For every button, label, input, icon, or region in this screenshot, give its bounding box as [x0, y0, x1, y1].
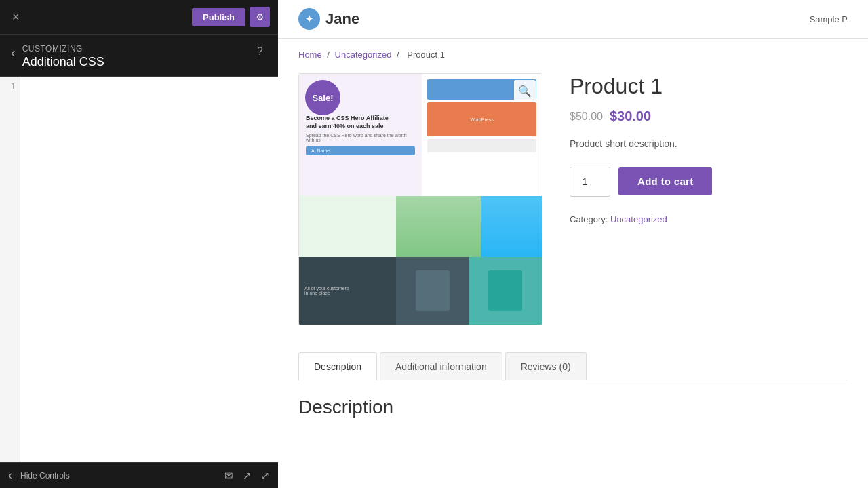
breadcrumb: Home / Uncategorized / Product 1	[298, 39, 848, 73]
quantity-input[interactable]	[570, 167, 610, 197]
tab-content: Description	[298, 380, 848, 418]
price-new: $30.00	[610, 108, 651, 124]
img-bot-text: All of your customersin one place	[304, 286, 391, 296]
logo-icon: ✦	[298, 8, 320, 30]
img-affiliate-btn: A. Name	[306, 146, 415, 155]
product-tabs: Description Additional information Revie…	[298, 352, 848, 418]
tabs-nav: Description Additional information Revie…	[298, 352, 848, 380]
img-hero-text: Become a CSS Hero Affiliateand earn 40% …	[306, 115, 415, 130]
img-bot-right	[469, 257, 542, 325]
product-price: $50.00 $30.00	[570, 108, 848, 124]
external-link-icon[interactable]: ⤢	[261, 470, 270, 482]
img-bot-device	[416, 270, 450, 311]
site-logo[interactable]: ✦ Jane	[298, 8, 359, 30]
img-bot-center	[396, 257, 469, 325]
customizer-footer: ‹ Hide Controls ✉ ↗ ⤢	[0, 462, 278, 488]
category-link[interactable]: Uncategorized	[610, 214, 667, 224]
tab-description[interactable]: Description	[298, 352, 377, 380]
customizing-label: Customizing	[22, 44, 253, 54]
customizing-section: ‹ Customizing Additional CSS ?	[0, 35, 278, 77]
breadcrumb-home[interactable]: Home	[298, 49, 322, 60]
mail-icon[interactable]: ✉	[224, 470, 233, 482]
breadcrumb-sep2: /	[397, 49, 399, 60]
category-label: Category:	[570, 214, 608, 224]
product-main-image: Become a CSS Hero Affiliateand earn 40% …	[298, 73, 542, 325]
sale-badge: Sale!	[305, 80, 340, 115]
close-button[interactable]: ×	[8, 9, 24, 24]
img-mid-left	[299, 196, 396, 257]
site-content: Home / Uncategorized / Product 1 Sale! 🔍…	[278, 39, 868, 488]
product-image-bottom: All of your customersin one place	[299, 257, 542, 325]
add-to-cart-button[interactable]: Add to cart	[618, 167, 712, 195]
product-info: Product 1 $50.00 $30.00 Product short de…	[570, 73, 848, 325]
img-hero-sub: Spread the CSS Hero word and share the w…	[306, 133, 415, 142]
customizing-title: Additional CSS	[22, 55, 253, 69]
product-image-middle	[299, 196, 542, 257]
price-old: $50.00	[570, 110, 603, 123]
site-header: ✦ Jane Sample P	[278, 0, 868, 39]
line-numbers: 1	[0, 77, 20, 462]
img-bot-device-2	[488, 270, 522, 311]
customizer-panel: × Publish ⚙ ‹ Customizing Additional CSS…	[0, 0, 278, 488]
site-nav: Sample P	[810, 14, 848, 24]
hide-controls-label: Hide Controls	[20, 471, 70, 481]
help-button[interactable]: ?	[253, 44, 267, 59]
breadcrumb-uncategorized[interactable]: Uncategorized	[335, 49, 392, 60]
footer-icons: ✉ ↗ ⤢	[224, 470, 270, 482]
gear-button[interactable]: ⚙	[250, 7, 270, 27]
zoom-button[interactable]: 🔍	[514, 80, 536, 102]
customizing-text: Customizing Additional CSS	[22, 44, 253, 69]
site-name: Jane	[326, 10, 359, 28]
site-preview: ✦ Jane Sample P Home / Uncategorized / P…	[278, 0, 868, 488]
add-to-cart-row: Add to cart	[570, 167, 848, 197]
img-bot-left: All of your customersin one place	[299, 257, 396, 325]
css-input[interactable]	[20, 77, 278, 462]
img-card-gray	[427, 139, 536, 152]
product-layout: Sale! 🔍 Become a CSS Hero Affiliateand e…	[298, 73, 848, 325]
product-short-description: Product short description.	[570, 136, 848, 151]
header-actions: Publish ⚙	[192, 7, 270, 27]
product-category: Category: Uncategorized	[570, 214, 848, 224]
publish-button[interactable]: Publish	[192, 8, 245, 26]
img-card-orange: WordPress	[427, 102, 536, 136]
breadcrumb-current: Product 1	[407, 49, 445, 60]
product-title: Product 1	[570, 73, 848, 99]
tab-additional-information[interactable]: Additional information	[380, 352, 502, 380]
tab-section-title: Description	[298, 396, 848, 418]
back-arrow-icon[interactable]: ‹	[11, 45, 16, 59]
customizer-header: × Publish ⚙	[0, 0, 278, 35]
css-editor-area: 1	[0, 77, 278, 462]
img-mid-right	[481, 196, 542, 257]
tab-reviews[interactable]: Reviews (0)	[505, 352, 587, 380]
product-images: Sale! 🔍 Become a CSS Hero Affiliateand e…	[298, 73, 542, 325]
img-mid-center	[396, 196, 481, 257]
breadcrumb-sep1: /	[327, 49, 330, 60]
share-icon[interactable]: ↗	[243, 470, 252, 482]
img-card-text: WordPress	[470, 117, 494, 122]
hide-controls-button[interactable]: ‹	[8, 468, 12, 483]
